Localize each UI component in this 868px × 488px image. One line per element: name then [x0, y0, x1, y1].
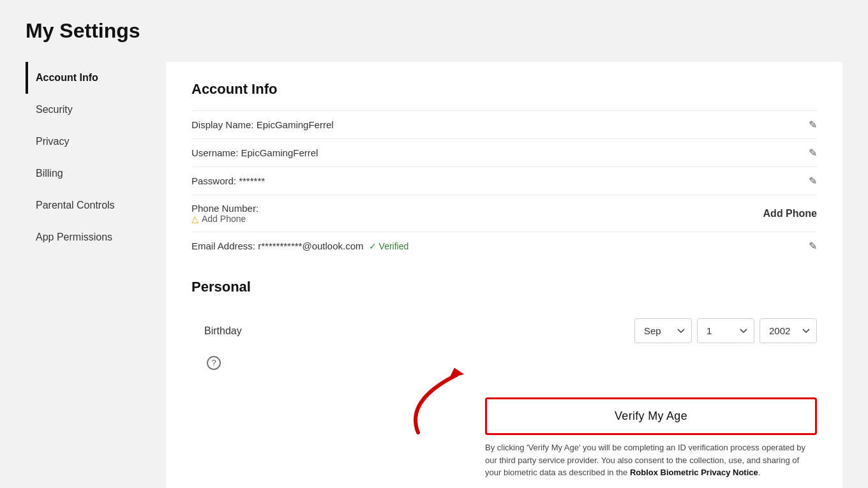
sidebar-item-app-permissions[interactable]: App Permissions: [26, 221, 166, 253]
display-name-row: Display Name: EpicGamingFerrel ✎: [191, 111, 817, 139]
verified-badge: ✓ Verified: [369, 241, 409, 251]
email-text: Email Address: r***********@outlook.com: [191, 240, 364, 251]
birthday-selects: JanFebMarApr MayJunJulAug SepOctNovDec 1…: [634, 318, 817, 343]
add-phone-inline-link[interactable]: △ Add Phone: [191, 214, 258, 224]
warning-icon: △: [191, 214, 198, 224]
page-title: My Settings: [26, 19, 842, 43]
username-edit-icon[interactable]: ✎: [809, 147, 817, 159]
birthday-year-select[interactable]: 1990199519981999 2000200120022003 200420…: [760, 318, 817, 343]
username-row: Username: EpicGamingFerrel ✎: [191, 139, 817, 167]
phone-label: Phone Number: △ Add Phone: [191, 203, 258, 224]
password-right: ✎: [809, 175, 817, 187]
biometric-notice-link[interactable]: Roblox Biometric Privacy Notice: [630, 468, 758, 477]
account-info-title: Account Info: [191, 81, 817, 98]
sidebar-item-parental-controls[interactable]: Parental Controls: [26, 189, 166, 221]
svg-marker-0: [447, 366, 464, 378]
personal-title: Personal: [191, 279, 817, 295]
add-phone-button[interactable]: Add Phone: [763, 208, 817, 219]
birthday-day-select[interactable]: 12345 678910 1112131415 1617181920 21222…: [697, 318, 754, 343]
username-label: Username: EpicGamingFerrel: [191, 147, 318, 158]
password-row: Password: ******* ✎: [191, 167, 817, 195]
phone-text: Phone Number:: [191, 203, 258, 214]
phone-row: Phone Number: △ Add Phone Add Phone: [191, 195, 817, 232]
sidebar: Account Info Security Privacy Billing Pa…: [26, 62, 166, 488]
arrow-annotation: [380, 362, 488, 441]
birthday-row: Birthday JanFebMarApr MayJunJulAug SepOc…: [191, 308, 817, 353]
display-name-edit-icon[interactable]: ✎: [809, 119, 817, 131]
sidebar-item-account-info[interactable]: Account Info: [26, 62, 166, 94]
sidebar-item-privacy[interactable]: Privacy: [26, 126, 166, 158]
email-right: ✎: [809, 240, 817, 252]
birthday-label: Birthday: [191, 325, 242, 337]
password-label: Password: *******: [191, 175, 265, 186]
email-label: Email Address: r***********@outlook.com …: [191, 240, 408, 251]
email-edit-icon[interactable]: ✎: [809, 240, 817, 252]
birthday-month-select[interactable]: JanFebMarApr MayJunJulAug SepOctNovDec: [634, 318, 692, 343]
phone-right: Add Phone: [763, 208, 817, 219]
account-info-rows: Display Name: EpicGamingFerrel ✎ Usernam…: [191, 110, 817, 260]
email-row: Email Address: r***********@outlook.com …: [191, 232, 817, 260]
display-name-label: Display Name: EpicGamingFerrel: [191, 119, 334, 130]
username-right: ✎: [809, 147, 817, 159]
main-content: Account Info Display Name: EpicGamingFer…: [166, 62, 842, 488]
display-name-right: ✎: [809, 119, 817, 131]
sidebar-item-billing[interactable]: Billing: [26, 158, 166, 189]
birthday-help-icon[interactable]: ?: [207, 356, 221, 370]
personal-section: Personal Birthday JanFebMarApr MayJunJul…: [191, 279, 817, 488]
sidebar-item-security[interactable]: Security: [26, 94, 166, 126]
verify-disclaimer: By clicking 'Verify My Age' you will be …: [485, 441, 817, 479]
add-phone-inline-label: Add Phone: [202, 214, 246, 224]
verify-age-button[interactable]: Verify My Age: [485, 397, 817, 435]
password-edit-icon[interactable]: ✎: [809, 175, 817, 187]
